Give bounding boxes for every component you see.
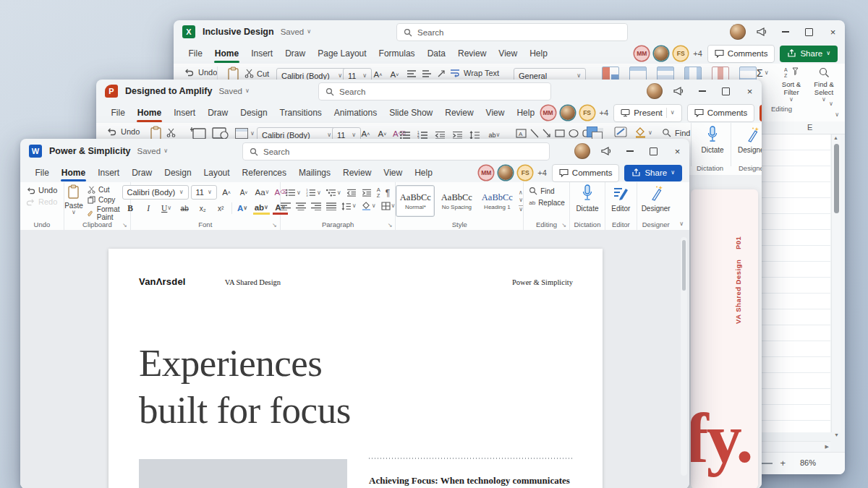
show-paragraph-marks-button[interactable]: ¶ xyxy=(386,188,390,198)
line-spacing-button[interactable]: ∨ xyxy=(341,202,357,210)
megaphone-icon[interactable] xyxy=(594,140,618,163)
align-left-button[interactable] xyxy=(281,202,291,210)
collaborator-avatar-fs[interactable]: FS xyxy=(673,46,688,61)
font-name-combo[interactable]: Calibri (Body)∨ xyxy=(122,185,189,200)
collaborator-overflow-count[interactable]: +4 xyxy=(600,108,609,117)
find-select-button[interactable]: Find & Select ∨ xyxy=(810,67,838,103)
excel-tab-insert[interactable]: Insert xyxy=(245,43,279,64)
ppt-saved-menu[interactable]: Saved∨ xyxy=(218,87,249,95)
find-icon[interactable] xyxy=(662,128,671,137)
justify-button[interactable] xyxy=(326,202,336,210)
numbering-button[interactable]: 123∨ xyxy=(306,189,321,197)
ppt-designer-button[interactable]: Designer xyxy=(736,126,762,154)
zoom-percent-label[interactable]: 86% xyxy=(800,458,816,467)
excel-undo-label[interactable]: Undo xyxy=(198,68,217,77)
zoom-in-button[interactable]: + xyxy=(780,458,786,468)
word-ribbon-collapse-chevron[interactable]: ∨ xyxy=(679,221,684,227)
bold-button[interactable]: B xyxy=(123,202,138,215)
shrink-font-button[interactable]: A˅ xyxy=(237,186,252,199)
cut-icon[interactable] xyxy=(166,128,176,137)
change-case-button[interactable]: Aa∨ xyxy=(254,186,271,199)
font-size-combo[interactable]: 11∨ xyxy=(191,185,217,200)
paste-clipboard-icon[interactable] xyxy=(227,67,239,81)
strikethrough-button[interactable]: ab xyxy=(177,202,192,215)
excel-tab-home[interactable]: Home xyxy=(208,43,244,64)
orientation-icon[interactable] xyxy=(437,69,447,78)
word-tab-help[interactable]: Help xyxy=(409,163,439,182)
word-tab-design[interactable]: Design xyxy=(158,163,197,182)
style-no-spacing[interactable]: AaBbCcNo Spacing xyxy=(438,186,475,216)
cut-icon[interactable] xyxy=(244,69,254,78)
rectangle-shape-icon[interactable] xyxy=(555,129,565,138)
word-tab-references[interactable]: References xyxy=(236,163,292,182)
word-tab-draw[interactable]: Draw xyxy=(126,163,158,182)
subscript-button[interactable]: x₂ xyxy=(195,202,210,215)
clipboard-dialog-launcher[interactable]: ↘ xyxy=(122,222,127,228)
collaborator-avatar-mm[interactable]: MM xyxy=(541,106,556,120)
find-button[interactable]: Find xyxy=(529,187,554,195)
scroll-down-icon[interactable]: ▼ xyxy=(834,432,839,437)
undo-icon[interactable] xyxy=(106,127,116,136)
excel-ribbon-collapse-chevron[interactable]: ∨ xyxy=(835,112,839,118)
paragraph-dialog-launcher[interactable]: ↘ xyxy=(388,222,393,228)
excel-tab-help[interactable]: Help xyxy=(524,43,554,64)
excel-tab-review[interactable]: Review xyxy=(451,43,492,64)
comments-button[interactable]: Comments xyxy=(687,104,755,122)
ppt-slide[interactable]: VA Shared Design P01 fy. xyxy=(691,189,758,488)
megaphone-icon[interactable] xyxy=(666,80,690,103)
word-search-input[interactable]: Search xyxy=(242,142,550,160)
style-normal[interactable]: AaBbCcNormal* xyxy=(396,185,435,217)
paste-button[interactable]: Paste ∨ xyxy=(64,184,83,215)
excel-tab-page-layout[interactable]: Page Layout xyxy=(312,43,373,64)
highlight-button[interactable]: ab∨ xyxy=(253,202,270,215)
close-button[interactable]: × xyxy=(821,21,845,43)
share-button[interactable]: Share∨ xyxy=(760,105,762,121)
comments-button[interactable]: Comments xyxy=(707,45,775,63)
grow-font-button[interactable]: A˄ xyxy=(219,186,234,199)
collaborator-avatar-photo[interactable] xyxy=(498,166,513,180)
excel-search-input[interactable]: Search xyxy=(396,23,628,41)
scroll-up-icon[interactable]: ▲ xyxy=(833,135,838,140)
undo-icon[interactable] xyxy=(184,68,194,77)
line-shape-icon[interactable] xyxy=(530,129,539,138)
collaborator-avatar-mm[interactable]: MM xyxy=(479,166,493,180)
comments-button[interactable]: Comments xyxy=(552,164,620,182)
word-tab-review[interactable]: Review xyxy=(337,163,378,182)
account-avatar[interactable] xyxy=(726,21,749,43)
excel-tab-data[interactable]: Data xyxy=(421,43,451,64)
arrow-shape-icon[interactable] xyxy=(542,129,551,138)
collaborator-avatar-photo[interactable] xyxy=(561,106,575,120)
increase-indent-button[interactable] xyxy=(362,189,372,197)
minimize-button[interactable] xyxy=(773,21,797,43)
quick-styles-icon[interactable] xyxy=(614,127,629,139)
ppt-tab-slideshow[interactable]: Slide Show xyxy=(383,103,439,123)
wrap-text-icon[interactable] xyxy=(450,69,460,77)
borders-button[interactable]: ∨ xyxy=(381,202,396,210)
oval-shape-icon[interactable] xyxy=(569,129,579,138)
editor-button[interactable]: Editor xyxy=(611,184,630,213)
conditional-formatting-icon[interactable] xyxy=(602,67,619,81)
word-tab-mailings[interactable]: Mailings xyxy=(292,163,336,182)
align-center-button[interactable] xyxy=(296,202,306,210)
shape-fill-icon[interactable] xyxy=(635,127,646,138)
image-placeholder[interactable] xyxy=(139,459,347,488)
text-box-icon[interactable]: A xyxy=(516,129,527,138)
style-scroll-up[interactable]: ∨ xyxy=(519,189,523,195)
collaborator-overflow-count[interactable]: +4 xyxy=(537,168,547,177)
format-as-table-icon[interactable] xyxy=(629,67,647,81)
align-top-icon[interactable] xyxy=(407,69,417,78)
align-right-button[interactable] xyxy=(311,202,321,210)
share-button[interactable]: Share∨ xyxy=(624,165,682,181)
ppt-tab-draw[interactable]: Draw xyxy=(202,103,234,123)
sort-filter-button[interactable]: AZ Sort & Filter ∨ xyxy=(777,67,806,103)
new-slide-icon[interactable] xyxy=(190,127,206,140)
excel-tab-view[interactable]: View xyxy=(493,43,524,64)
word-tab-view[interactable]: View xyxy=(378,163,409,182)
text-effects-button[interactable]: A∨ xyxy=(235,202,250,215)
multilevel-list-button[interactable]: ∨ xyxy=(326,189,341,197)
ppt-tab-file[interactable]: File xyxy=(105,103,131,123)
style-gallery-more[interactable]: ∨ xyxy=(519,205,523,213)
replace-button[interactable]: ab Replace xyxy=(529,199,565,207)
word-tab-insert[interactable]: Insert xyxy=(92,163,126,182)
ppt-find-label[interactable]: Find xyxy=(675,129,690,137)
